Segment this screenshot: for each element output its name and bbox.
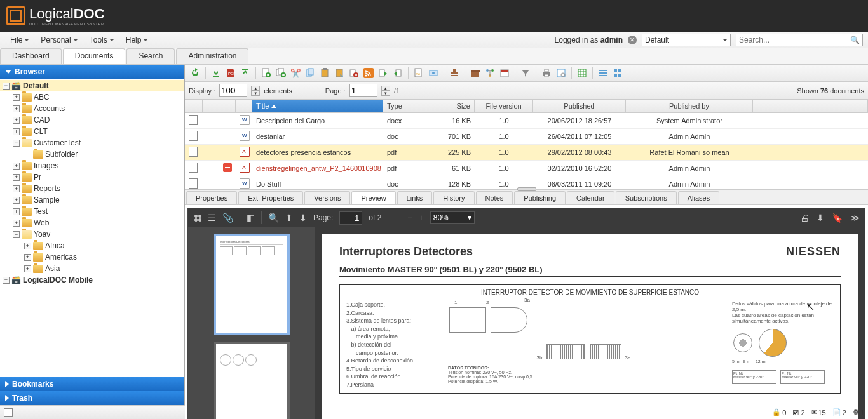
tree-folder[interactable]: +Africa	[0, 240, 184, 251]
expander-icon[interactable]: +	[13, 94, 20, 101]
expander-icon[interactable]: +	[13, 163, 20, 170]
calendar-button[interactable]	[498, 67, 511, 79]
tab-dashboard[interactable]: Dashboard	[0, 48, 62, 64]
expander-icon[interactable]: +	[24, 254, 31, 261]
table-row[interactable]: Descripcion del Cargodocx16 KB1.020/06/2…	[185, 113, 868, 129]
prev-page-button[interactable]: ⬆	[285, 213, 293, 223]
tree-folder[interactable]: +Asia	[0, 263, 184, 274]
spin-down-icon[interactable]: ▼	[381, 91, 390, 96]
zoom-out-button[interactable]: −	[407, 213, 412, 223]
tree-folder[interactable]: +Americas	[0, 251, 184, 263]
sb-flag[interactable]: 📄2	[832, 408, 846, 416]
delete-button[interactable]	[348, 67, 360, 79]
split-handle[interactable]	[517, 187, 536, 191]
list-view-button[interactable]	[597, 67, 609, 79]
workspace-select[interactable]: Default	[642, 34, 731, 46]
pdf-button[interactable]: PDF	[224, 67, 237, 79]
import-button[interactable]	[391, 67, 404, 79]
archive-button[interactable]	[469, 67, 482, 79]
col-type[interactable]: Type	[383, 100, 421, 112]
dtab-notes[interactable]: Notes	[476, 191, 513, 204]
pdf-bookmark-button[interactable]: 🔖	[832, 213, 843, 223]
paste-link-button[interactable]	[333, 67, 346, 79]
dtab-preview[interactable]: Preview	[351, 191, 395, 204]
col-version[interactable]: File version	[475, 100, 533, 112]
table-row[interactable]: detectores presencia estancospdf225 KB1.…	[185, 145, 868, 161]
scan-button[interactable]	[427, 67, 440, 79]
tree-folder[interactable]: +Images	[0, 160, 184, 171]
tree-folder[interactable]: −Yoav	[0, 229, 184, 240]
rss-button[interactable]	[362, 67, 375, 79]
panel-bookmarks[interactable]: Bookmarks	[0, 377, 184, 391]
tree-folder[interactable]: −CustomerTest	[0, 137, 184, 149]
display-input[interactable]	[219, 84, 247, 97]
col-title[interactable]: Title	[252, 100, 383, 112]
tree-folder[interactable]: Subfolder	[0, 149, 184, 160]
spin-down-icon[interactable]: ▼	[251, 91, 260, 96]
dtab-links[interactable]: Links	[397, 191, 433, 204]
menu-tools[interactable]: Tools	[85, 34, 119, 46]
col-published[interactable]: Published	[533, 100, 626, 112]
tab-search[interactable]: Search	[126, 48, 175, 64]
col-size[interactable]: Size	[421, 100, 475, 112]
sidebar-toggle-button[interactable]: ◧	[247, 213, 255, 223]
expander-icon[interactable]: +	[13, 220, 20, 227]
pdf-thumbnails[interactable]: Interruptores Detectores	[188, 227, 315, 419]
search-icon[interactable]: 🔍	[850, 36, 860, 44]
tree-folder[interactable]: +Test	[0, 206, 184, 217]
expander-icon[interactable]: +	[13, 105, 20, 112]
expander-icon[interactable]: +	[24, 243, 31, 249]
grid-view-button[interactable]	[611, 67, 624, 79]
tree-folder[interactable]: +ABC	[0, 91, 184, 103]
pdf-more-button[interactable]: ≫	[850, 213, 860, 223]
print-button[interactable]	[540, 67, 553, 79]
col-indicator[interactable]	[203, 100, 219, 112]
tree-mobile[interactable]: +🗃️LogicalDOC Mobile	[0, 274, 184, 286]
workflow-button[interactable]	[484, 67, 496, 79]
col-typeicon[interactable]	[236, 100, 252, 112]
dtab-versions[interactable]: Versions	[304, 191, 350, 204]
add-doc-button[interactable]	[260, 67, 273, 79]
col-select[interactable]	[185, 100, 203, 112]
dtab-ext[interactable]: Ext. Properties	[238, 191, 303, 204]
pdf-print-button[interactable]: 🖨	[800, 213, 809, 223]
sb-checked[interactable]: 🗹2	[792, 409, 804, 416]
expander-icon[interactable]: +	[13, 185, 20, 192]
tree-folder[interactable]: +Pr	[0, 171, 184, 183]
outline-button[interactable]: ☰	[208, 213, 216, 223]
tab-documents[interactable]: Documents	[63, 48, 126, 64]
pdf-page-view[interactable]: NIESSEN Interruptores Detectores Movimie…	[315, 227, 865, 419]
dtab-publishing[interactable]: Publishing	[514, 191, 566, 204]
expander-icon[interactable]: −	[13, 231, 20, 238]
spin-up-icon[interactable]: ▲	[381, 86, 390, 91]
table-row[interactable]: destanlardoc701 KB1.026/04/2011 07:12:05…	[185, 129, 868, 145]
col-lock[interactable]	[219, 100, 236, 112]
expander-icon[interactable]: +	[13, 208, 20, 215]
pdf-page-input[interactable]	[339, 211, 362, 225]
attach-button[interactable]: 📎	[222, 213, 233, 223]
tree-folder[interactable]: +Web	[0, 217, 184, 229]
expander-icon[interactable]: +	[13, 197, 20, 204]
thumbnail-2[interactable]	[214, 342, 290, 419]
zoom-select[interactable]: 80%▾	[430, 211, 475, 224]
preview-print-button[interactable]	[555, 67, 567, 79]
sb-messages[interactable]: ✉15	[811, 408, 826, 416]
tree-folder[interactable]: +Reports	[0, 183, 184, 194]
sb-locked[interactable]: 🔒0	[772, 408, 786, 416]
spreadsheet-button[interactable]	[576, 67, 588, 79]
expander-icon[interactable]: −	[13, 140, 20, 147]
table-row[interactable]: dienstregelingen_antw_P2_1460010908pdf61…	[185, 161, 868, 176]
tab-administration[interactable]: Administration	[176, 48, 248, 64]
refresh-button[interactable]	[189, 67, 201, 79]
thumbnail-1[interactable]: Interruptores Detectores	[214, 234, 290, 335]
page-input[interactable]	[349, 84, 377, 97]
pdf-download-button[interactable]: ⬇	[817, 213, 824, 223]
tree-folder[interactable]: +CAD	[0, 114, 184, 126]
clipboard-icon[interactable]	[4, 408, 13, 417]
dtab-aliases[interactable]: Aliases	[678, 191, 719, 204]
search-box[interactable]: 🔍	[736, 34, 863, 46]
tree-root[interactable]: − 🗃️ Default	[0, 80, 184, 91]
page-spinner[interactable]: ▲▼	[381, 86, 390, 96]
expander-icon[interactable]: +	[24, 265, 31, 272]
menu-help[interactable]: Help	[121, 34, 154, 46]
